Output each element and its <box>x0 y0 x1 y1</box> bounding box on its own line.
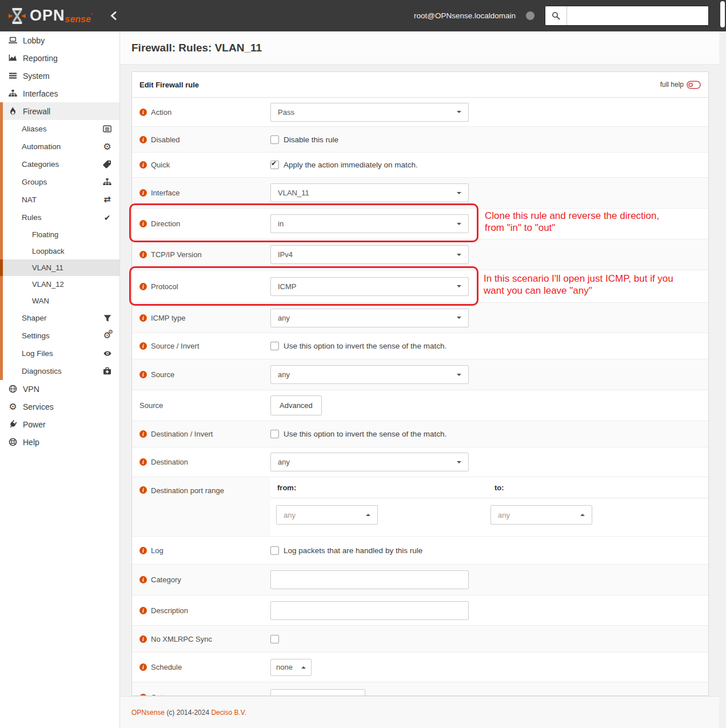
sidebar-item-label: NAT <box>22 195 37 204</box>
port-to-select[interactable]: any <box>490 505 592 525</box>
sidebar-item-system[interactable]: System <box>0 67 119 85</box>
dstinvert-checkbox-label: Use this option to invert the sense of t… <box>284 430 446 438</box>
tcpip-label: TCP/IP Version <box>151 250 202 259</box>
scrollbar-thumb[interactable] <box>720 1 725 27</box>
icmptype-select[interactable]: any <box>270 309 469 327</box>
sidebar-item-log-files[interactable]: Log Files <box>0 345 119 362</box>
sidebar-item-rules[interactable]: Rules✔ <box>0 209 119 226</box>
destination-select[interactable]: any <box>270 453 469 471</box>
gateway-select[interactable]: default <box>270 689 365 696</box>
search-input[interactable] <box>567 6 708 25</box>
interface-label: Interface <box>151 189 180 197</box>
sidebar-item-vlan-11[interactable]: VLAN_11 <box>0 259 119 276</box>
info-icon[interactable]: i <box>139 314 147 322</box>
footer-opnsense-link[interactable]: OPNsense <box>131 709 165 717</box>
disabled-checkbox[interactable] <box>270 135 279 144</box>
source-label: Source <box>151 370 174 379</box>
description-label: Description <box>151 606 188 615</box>
info-icon[interactable]: i <box>139 663 147 671</box>
sidebar-item-services[interactable]: ⚙Services <box>0 398 119 415</box>
toggle-off-icon <box>687 81 701 89</box>
sidebar-item-vpn[interactable]: VPN <box>0 380 119 398</box>
info-icon[interactable]: i <box>139 251 147 258</box>
chart-icon <box>8 54 18 62</box>
sidebar-item-label: Rules <box>22 213 42 222</box>
form-row-destination: iDestinationany <box>132 447 708 477</box>
direction-select[interactable]: in <box>270 214 469 233</box>
full-help-toggle[interactable]: full help <box>660 81 701 89</box>
sidebar-item-interfaces[interactable]: Interfaces <box>0 85 119 102</box>
sidebar-item-loopback[interactable]: Loopback <box>0 243 119 259</box>
info-icon[interactable]: i <box>139 486 147 494</box>
sidebar-item-label: Categories <box>22 160 59 169</box>
info-icon[interactable]: i <box>139 109 147 116</box>
opnsense-logo[interactable]: OPNsense° <box>9 7 93 25</box>
icmptype-label: ICMP type <box>151 314 185 322</box>
description-input[interactable] <box>270 601 469 620</box>
destination-label: Destination <box>151 458 188 466</box>
footer-deciso-link[interactable]: Deciso B.V. <box>211 709 246 717</box>
sidebar-item-help[interactable]: Help <box>0 433 119 451</box>
sidebar-collapse-button[interactable] <box>110 11 117 20</box>
sidebar-item-shaper[interactable]: Shaper <box>0 309 119 327</box>
tcpip-select[interactable]: IPv4 <box>270 245 469 264</box>
source-select[interactable]: any <box>270 365 469 384</box>
info-icon[interactable]: i <box>139 342 147 350</box>
info-icon[interactable]: i <box>139 220 147 227</box>
sidebar-item-aliases[interactable]: Aliases <box>0 120 119 138</box>
cog-icon: ⚙ <box>102 142 112 151</box>
sidebar-item-wan[interactable]: WAN <box>0 293 119 309</box>
source-select-value: any <box>278 370 290 379</box>
sidebar-item-automation[interactable]: Automation⚙ <box>0 138 119 155</box>
info-icon[interactable]: i <box>139 576 147 583</box>
brand-text-primary: OPN <box>30 8 65 23</box>
top-bar: OPNsense° root@OPNsense.localdomain <box>0 0 726 31</box>
status-indicator-dot <box>526 11 534 20</box>
info-icon[interactable]: i <box>139 189 147 197</box>
sidebar-item-diagnostics[interactable]: Diagnostics <box>0 362 119 380</box>
protocol-select[interactable]: ICMP <box>270 277 469 296</box>
port-from-select[interactable]: any <box>276 505 378 525</box>
sidebar-item-floating[interactable]: Floating <box>0 226 119 243</box>
schedule-select[interactable]: none <box>270 659 312 676</box>
dstinvert-checkbox[interactable] <box>270 430 279 438</box>
cogs-icon: ⚙⚙ <box>102 331 112 340</box>
category-input[interactable] <box>270 570 469 589</box>
info-icon[interactable]: i <box>139 161 147 169</box>
quick-checkbox[interactable] <box>270 161 279 169</box>
sidebar-item-lobby[interactable]: Lobby <box>0 31 119 49</box>
sidebar-item-firewall[interactable]: Firewall <box>0 102 119 120</box>
form-row-interface: iInterfaceVLAN_11 <box>132 177 708 208</box>
noxmlrpc-checkbox[interactable] <box>270 635 279 643</box>
info-icon[interactable]: i <box>139 635 147 643</box>
sidebar-item-label: Lobby <box>23 36 45 45</box>
page-scrollbar[interactable] <box>719 0 726 728</box>
sidebar-item-vlan-12[interactable]: VLAN_12 <box>0 276 119 293</box>
sidebar-item-power[interactable]: Power <box>0 415 119 433</box>
interface-select[interactable]: VLAN_11 <box>270 183 469 202</box>
log-checkbox[interactable] <box>270 546 279 555</box>
sidebar-item-label: Loopback <box>32 247 64 255</box>
info-icon[interactable]: i <box>139 430 147 438</box>
info-icon[interactable]: i <box>139 283 147 290</box>
form-row-sourceadv: SourceAdvanced <box>132 390 708 421</box>
srcinvert-checkbox[interactable] <box>270 342 279 350</box>
sidebar-item-reporting[interactable]: Reporting <box>0 49 119 67</box>
sidebar-item-nat[interactable]: NAT⇄ <box>0 191 119 209</box>
form-row-source: iSourceany <box>132 359 708 390</box>
info-icon[interactable]: i <box>139 371 147 378</box>
info-icon[interactable]: i <box>139 458 147 466</box>
sidebar-item-groups[interactable]: Groups <box>0 173 119 191</box>
info-icon[interactable]: i <box>139 547 147 554</box>
sidebar-item-settings[interactable]: Settings⚙⚙ <box>0 327 119 345</box>
title-strip: Firewall: Rules: VLAN_11 <box>120 31 719 65</box>
sidebar-item-categories[interactable]: Categories <box>0 155 119 173</box>
sidebar-item-label: Firewall <box>23 107 50 116</box>
caret-down-icon <box>457 192 461 194</box>
info-icon[interactable]: i <box>139 136 147 143</box>
sourceadv-button[interactable]: Advanced <box>270 395 322 415</box>
log-checkbox-label: Log packets that are handled by this rul… <box>284 546 422 555</box>
info-icon[interactable]: i <box>139 607 147 614</box>
action-select[interactable]: Pass <box>270 103 469 122</box>
exchange-icon: ⇄ <box>102 195 112 204</box>
